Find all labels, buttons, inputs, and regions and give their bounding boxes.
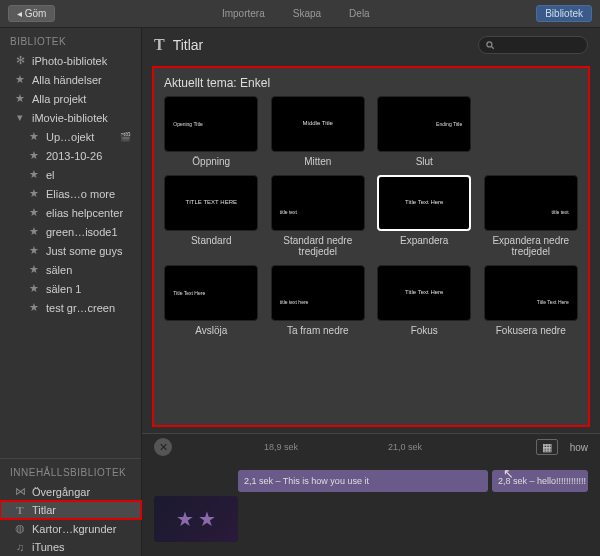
sidebar-item-label: Elias…o more — [46, 188, 115, 200]
content-lib-label: Titlar — [32, 504, 56, 516]
star-icon: ★ — [28, 149, 40, 162]
title-tile[interactable]: Title Text HereFokusera nedre — [484, 265, 579, 336]
globe-icon: ◍ — [14, 522, 26, 535]
title-thumb: Opening Title — [164, 96, 258, 152]
panel-title: Titlar — [173, 37, 470, 53]
sidebar-item-label: iMovie-bibliotek — [32, 112, 108, 124]
import-button[interactable]: Importera — [222, 8, 265, 19]
sidebar-item-label: Just some guys — [46, 245, 122, 257]
content-lib-label: iTunes — [32, 541, 65, 553]
title-tile[interactable]: title text hereTa fram nedre — [271, 265, 366, 336]
bowtie-icon: ⋈ — [14, 485, 26, 498]
title-thumb: Title Text Here — [484, 265, 578, 321]
content-library-list: ⋈ÖvergångarTTitlar◍Kartor…kgrunder♫iTune… — [0, 482, 141, 556]
video-clip[interactable]: ★ ★ — [154, 496, 238, 542]
timeline-header: ✕ 18,9 sek 21,0 sek ▦ how — [142, 433, 600, 460]
sidebar-item-label: sälen — [46, 264, 72, 276]
title-thumb: Title Text Here — [377, 175, 471, 231]
sidebar-item[interactable]: ★el — [0, 165, 141, 184]
title-tile[interactable]: Ending TitleSlut — [377, 96, 472, 167]
title-tile-label: Öppning — [192, 156, 230, 167]
title-tile-label: Fokusera nedre — [496, 325, 566, 336]
title-tile-label: Expandera — [400, 235, 448, 246]
content-lib-item[interactable]: ⋈Övergångar — [0, 482, 141, 501]
sidebar-item-label: Alla händelser — [32, 74, 102, 86]
star-icon: ★ — [14, 92, 26, 105]
sidebar-item[interactable]: ★Up…ojekt🎬 — [0, 127, 141, 146]
title-tile[interactable]: title textExpandera nedre tredjedel — [484, 175, 579, 257]
theme-label: Aktuellt tema: Enkel — [164, 76, 578, 90]
close-icon[interactable]: ✕ — [154, 438, 172, 456]
timeline[interactable]: 2,1 sek – This is how you use it 2,8 sek… — [142, 460, 600, 556]
sidebar-item-label: green…isode1 — [46, 226, 118, 238]
title-tile-label: Standard — [191, 235, 232, 246]
star-icon: ★ — [28, 244, 40, 257]
title-tile[interactable]: TITLE TEXT HEREStandard — [164, 175, 259, 257]
create-button[interactable]: Skapa — [293, 8, 321, 19]
sidebar-item[interactable]: ★green…isode1 — [0, 222, 141, 241]
title-tile[interactable]: title textStandard nedre tredjedel — [271, 175, 366, 257]
sidebar-item[interactable]: ★test gr…creen — [0, 298, 141, 317]
title-tile-label: Slut — [416, 156, 433, 167]
note-icon: ♫ — [14, 541, 26, 553]
library-list: ✻iPhoto-bibliotek★Alla händelser★Alla pr… — [0, 51, 141, 458]
search-input[interactable] — [478, 36, 588, 54]
title-tile[interactable]: Title Text HereAvslöja — [164, 265, 259, 336]
sidebar-item[interactable]: ★sälen — [0, 260, 141, 279]
star-icon: ★ — [28, 225, 40, 238]
sidebar-item[interactable]: ▾iMovie-bibliotek — [0, 108, 141, 127]
hide-button[interactable]: ◂ Göm — [8, 5, 55, 22]
title-thumb: Middle Title — [271, 96, 365, 152]
title-thumb: TITLE TEXT HERE — [164, 175, 258, 231]
sidebar-item[interactable]: ★Just some guys — [0, 241, 141, 260]
content-lib-item[interactable]: ♫iTunes — [0, 538, 141, 556]
sparkle-icon: ✻ — [14, 54, 26, 67]
titles-panel: Aktuellt tema: Enkel Opening TitleÖppnin… — [152, 66, 590, 427]
title-thumb: title text here — [271, 265, 365, 321]
title-tile-label: Mitten — [304, 156, 331, 167]
title-clip[interactable]: 2,1 sek – This is how you use it — [238, 470, 488, 492]
star-icon: ★ — [14, 73, 26, 86]
sidebar-item-label: el — [46, 169, 55, 181]
sidebar-item-label: Alla projekt — [32, 93, 86, 105]
sidebar-item-label: Up…ojekt — [46, 131, 94, 143]
sidebar-item-label: iPhoto-bibliotek — [32, 55, 107, 67]
sidebar-item[interactable]: ★Alla händelser — [0, 70, 141, 89]
title-thumb: Title Text Here — [377, 265, 471, 321]
sidebar-item-label: elias helpcenter — [46, 207, 123, 219]
title-tile-label: Standard nedre tredjedel — [271, 235, 366, 257]
star-icon: ★ — [28, 301, 40, 314]
sidebar-item[interactable]: ★sälen 1 — [0, 279, 141, 298]
title-tile[interactable]: Opening TitleÖppning — [164, 96, 259, 167]
sidebar-item-label: 2013-10-26 — [46, 150, 102, 162]
sidebar-item[interactable]: ✻iPhoto-bibliotek — [0, 51, 141, 70]
grid-view-icon[interactable]: ▦ — [536, 439, 558, 455]
search-icon — [485, 40, 495, 50]
content-lib-item[interactable]: TTitlar — [0, 501, 141, 519]
star-icon: ★ — [28, 168, 40, 181]
star-icon: ★ — [28, 282, 40, 295]
T-icon: T — [14, 504, 26, 516]
sidebar-item[interactable]: ★Elias…o more — [0, 184, 141, 203]
sidebar-item[interactable]: ★2013-10-26 — [0, 146, 141, 165]
back-icon: ◂ — [17, 8, 25, 19]
title-tile[interactable]: Middle TitleMitten — [271, 96, 366, 167]
sidebar-item-label: test gr…creen — [46, 302, 115, 314]
library-section-header: BIBLIOTEK — [0, 28, 141, 51]
sidebar: BIBLIOTEK ✻iPhoto-bibliotek★Alla händels… — [0, 28, 142, 556]
sidebar-item[interactable]: ★elias helpcenter — [0, 203, 141, 222]
title-thumb: Ending Title — [377, 96, 471, 152]
content-library-header: INNEHÅLLSBIBLIOTEK — [0, 459, 141, 482]
content-lib-item[interactable]: ◍Kartor…kgrunder — [0, 519, 141, 538]
title-tile[interactable]: Title Text HereExpandera — [377, 175, 472, 257]
title-thumb: title text — [271, 175, 365, 231]
title-tile-label: Expandera nedre tredjedel — [484, 235, 579, 257]
library-button[interactable]: Bibliotek — [536, 5, 592, 22]
how-label: how — [570, 442, 588, 453]
star-icon: ★ — [28, 130, 40, 143]
sidebar-item-label: sälen 1 — [46, 283, 81, 295]
sidebar-item[interactable]: ★Alla projekt — [0, 89, 141, 108]
cursor-icon: ↖ — [503, 466, 514, 481]
title-tile[interactable]: Title Text HereFokus — [377, 265, 472, 336]
share-button[interactable]: Dela — [349, 8, 370, 19]
